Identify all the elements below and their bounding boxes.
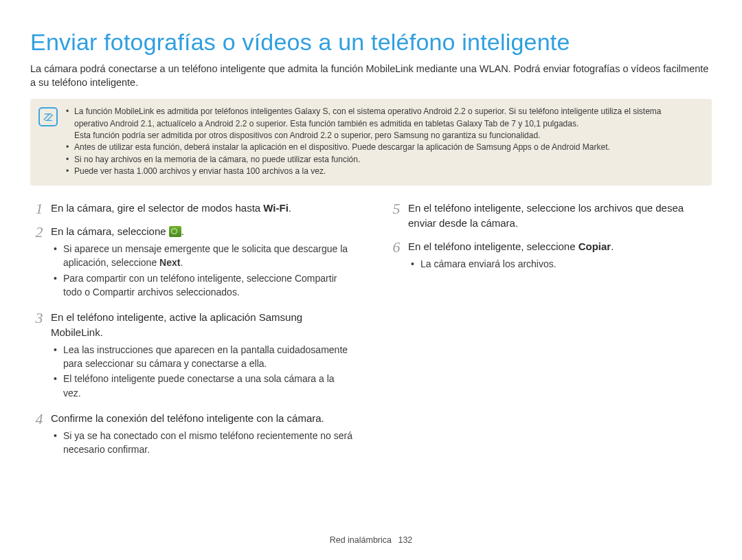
note-text: Antes de utilizar esta función, deberá i…: [74, 142, 610, 152]
step-4: 4 Confirme la conexión del teléfono inte…: [30, 411, 355, 462]
wifi-label: Wi-Fi: [263, 202, 289, 214]
step-number: 6: [387, 239, 405, 256]
note-text: Puede ver hasta 1.000 archivos y enviar …: [74, 166, 326, 176]
left-column: 1 En la cámara, gire el selector de modo…: [30, 201, 355, 467]
note-text: operativo Android 2.1, actualícelo a And…: [74, 118, 662, 130]
step-2: 2 En la cámara, seleccione . Si aparece …: [30, 224, 355, 304]
note-icon: [38, 107, 58, 126]
step-number: 2: [30, 224, 48, 240]
step-5: 5 En el teléfono inteligente, seleccione…: [387, 201, 712, 234]
step-6: 6 En el teléfono inteligente, seleccione…: [387, 239, 712, 276]
note-item: Si no hay archivos en la memoria de la c…: [66, 154, 662, 166]
page-title: Enviar fotografías o vídeos a un teléfon…: [30, 29, 712, 56]
step-text: En el teléfono inteligente, seleccione l…: [408, 201, 712, 231]
sub-list: La cámara enviará los archivos.: [408, 257, 712, 271]
sub-item: Lea las instrucciones que aparecen en la…: [54, 343, 355, 371]
step-number: 5: [387, 201, 405, 217]
step-number: 4: [30, 411, 48, 427]
manual-page: Enviar fotografías o vídeos a un teléfon…: [0, 0, 742, 560]
step-text: En la cámara, seleccione .: [51, 224, 355, 239]
step-number: 3: [30, 310, 48, 326]
right-column: 5 En el teléfono inteligente, seleccione…: [387, 201, 712, 467]
mobilelink-icon: [169, 226, 181, 237]
step-text: En el teléfono inteligente, seleccione C…: [408, 239, 712, 254]
note-list: La función MobileLink es admitida por te…: [66, 106, 662, 177]
step-text: En el teléfono inteligente, active la ap…: [51, 310, 355, 340]
note-item: Antes de utilizar esta función, deberá i…: [66, 142, 662, 153]
note-box: La función MobileLink es admitida por te…: [30, 99, 712, 186]
note-text: La función MobileLink es admitida por te…: [74, 107, 662, 116]
intro-paragraph: La cámara podrá conectarse a un teléfono…: [30, 63, 712, 89]
sub-item: El teléfono inteligente puede conectarse…: [54, 372, 355, 400]
sub-item: Si aparece un mensaje emergente que le s…: [54, 242, 355, 270]
note-item: Puede ver hasta 1.000 archivos y enviar …: [66, 166, 662, 177]
step-3: 3 En el teléfono inteligente, active la …: [30, 310, 355, 405]
step-1: 1 En la cámara, gire el selector de modo…: [30, 201, 355, 219]
steps-columns: 1 En la cámara, gire el selector de modo…: [30, 201, 712, 467]
sub-list: Si aparece un mensaje emergente que le s…: [51, 242, 355, 299]
note-text: Esta función podría ser admitida por otr…: [74, 130, 662, 142]
sub-item: Si ya se ha conectado con el mismo teléf…: [54, 429, 355, 457]
sub-item: La cámara enviará los archivos.: [411, 257, 712, 271]
note-item: La función MobileLink es admitida por te…: [66, 106, 662, 142]
step-text: En la cámara, gire el selector de modos …: [51, 201, 355, 216]
step-number: 1: [30, 201, 48, 217]
footer-page-number: 132: [398, 535, 412, 545]
step-text: Confirme la conexión del teléfono inteli…: [51, 411, 355, 426]
footer-section: Red inalámbrica: [330, 535, 392, 545]
note-text: Si no hay archivos en la memoria de la c…: [74, 155, 360, 164]
sub-list: Si ya se ha conectado con el mismo teléf…: [51, 429, 355, 457]
sub-list: Lea las instrucciones que aparecen en la…: [51, 343, 355, 400]
sub-item: Para compartir con un teléfono inteligen…: [54, 271, 355, 300]
page-footer: Red inalámbrica 132: [0, 535, 742, 545]
